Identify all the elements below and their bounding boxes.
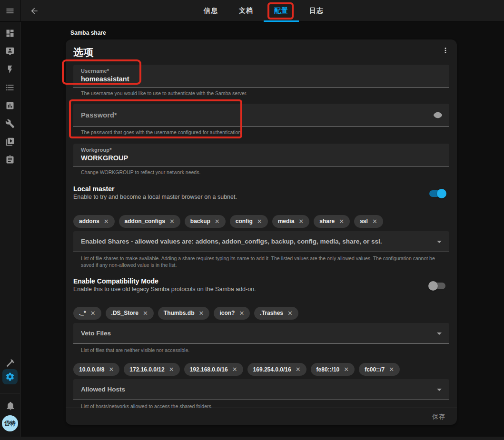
chip-config: config	[230, 215, 268, 228]
dropdown-arrow-icon	[437, 332, 442, 335]
sidebar-menu-button[interactable]	[4, 5, 16, 17]
allowed-hosts-select[interactable]: Allowed Hosts	[73, 379, 449, 400]
password-label: Password*	[81, 111, 117, 119]
sidebar-item-settings[interactable]	[2, 369, 18, 384]
sidebar-item-overview[interactable]	[1, 24, 19, 42]
dashboard-icon	[5, 29, 15, 38]
sidebar-item-media[interactable]	[1, 133, 19, 151]
chip-remove-icon[interactable]	[389, 366, 394, 372]
card-footer: 保存	[66, 408, 457, 425]
card-menu-button[interactable]	[439, 44, 452, 57]
toggle-thumb	[437, 189, 446, 198]
password-helper: The password that goes with the username…	[81, 129, 442, 136]
workgroup-value: WORKGROUP	[81, 154, 442, 162]
sidebar-item-history[interactable]	[1, 97, 19, 115]
topbar-divider	[20, 0, 21, 22]
tooltip-account-icon	[5, 47, 15, 56]
compatibility-title: Enable Compatibility Mode	[73, 277, 416, 285]
local-master-row: Local master Enable to try and become a …	[73, 185, 449, 200]
password-field[interactable]: Password*	[73, 104, 449, 127]
dropdown-arrow-icon	[437, 389, 442, 391]
allowed-hosts-chips: 10.0.0.0/8 172.16.0.0/12 192.168.0.0/16 …	[73, 363, 449, 376]
dropdown-arrow-icon	[437, 241, 442, 243]
sidebar-item-energy[interactable]	[1, 60, 19, 78]
bottom-strip	[0, 437, 504, 440]
local-master-description: Enable to try and become a local master …	[73, 194, 416, 200]
chip-remove-icon[interactable]	[287, 310, 293, 316]
username-helper: The username you would like to use to au…	[81, 90, 442, 97]
chip-remove-icon[interactable]	[104, 218, 109, 225]
chip-remove-icon[interactable]	[257, 218, 262, 225]
arrow-left-icon	[30, 6, 39, 16]
chip-remove-icon[interactable]	[339, 218, 344, 225]
chip-veto-1: .DS_Store	[106, 307, 154, 320]
chip-host-1: 172.16.0.0/12	[124, 363, 179, 376]
tab-info[interactable]: 信息	[193, 0, 228, 22]
workgroup-helper: Change WORKGROUP to reflect your network…	[81, 169, 442, 176]
workgroup-field[interactable]: Workgroup* WORKGROUP	[73, 144, 449, 166]
chip-remove-icon[interactable]	[296, 366, 301, 372]
chip-veto-3: icon?	[214, 307, 250, 320]
lightning-bolt-icon	[5, 65, 15, 74]
active-tab-underline	[264, 20, 299, 22]
dots-vertical-icon	[441, 46, 450, 55]
compatibility-row: Enable Compatibility Mode Enable this to…	[73, 277, 449, 293]
save-button[interactable]: 保存	[432, 412, 445, 421]
compatibility-description: Enable this to use old legacy Samba prot…	[73, 286, 416, 293]
chip-remove-icon[interactable]	[232, 366, 237, 372]
chart-box-icon	[5, 101, 15, 110]
chip-remove-icon[interactable]	[344, 366, 349, 372]
chip-host-2: 192.168.0.0/16	[184, 363, 243, 376]
chip-remove-icon[interactable]	[169, 218, 175, 225]
sidebar-item-notifications[interactable]	[0, 397, 20, 415]
compatibility-toggle[interactable]	[428, 281, 446, 291]
hamburger-menu-icon	[5, 6, 15, 16]
veto-files-helper: List of files that are neither visible n…	[81, 347, 442, 353]
local-master-toggle[interactable]	[428, 189, 446, 198]
sidebar-item-tools[interactable]	[1, 115, 19, 133]
chip-share: share	[314, 215, 350, 228]
chip-remove-icon[interactable]	[143, 310, 148, 316]
chip-host-3: 169.254.0.0/16	[247, 363, 306, 376]
enabled-shares-select-label: Enabled Shares - allowed values are: add…	[81, 238, 382, 245]
chip-veto-4: .Trashes	[254, 307, 298, 320]
sidebar-item-logbook[interactable]	[1, 78, 19, 97]
chip-host-4: fe80::/10	[311, 363, 355, 376]
chip-ssl: ssl	[354, 215, 383, 228]
user-avatar[interactable]: 岱特	[2, 415, 18, 431]
bell-icon	[6, 401, 15, 411]
chip-veto-2: Thumbs.db	[158, 307, 210, 320]
veto-files-select[interactable]: Veto Files	[73, 323, 449, 344]
chip-addon-configs: addon_configs	[119, 215, 180, 228]
chip-host-0: 10.0.0.0/8	[73, 363, 119, 376]
tab-configuration[interactable]: 配置	[264, 0, 299, 22]
chip-remove-icon[interactable]	[239, 310, 244, 316]
chip-backup: backup	[185, 215, 226, 228]
chip-remove-icon[interactable]	[298, 218, 304, 225]
addon-tabs: 信息 文档 配置 日志	[193, 0, 334, 22]
local-master-title: Local master	[73, 185, 416, 193]
chip-remove-icon[interactable]	[90, 310, 96, 316]
sidebar: 岱特	[0, 22, 20, 440]
sidebar-divider	[0, 393, 20, 393]
allowed-hosts-select-label: Allowed Hosts	[81, 386, 125, 393]
chip-remove-icon[interactable]	[199, 310, 204, 316]
veto-files-chips: ._* .DS_Store Thumbs.db icon? .Trashes	[73, 307, 449, 320]
chip-remove-icon[interactable]	[372, 218, 377, 225]
chip-remove-icon[interactable]	[169, 366, 174, 372]
username-field[interactable]: Username* homeassistant	[73, 65, 449, 88]
enabled-shares-chips: addons addon_configs backup config media…	[73, 215, 449, 228]
chip-veto-0: ._*	[73, 307, 101, 320]
chip-remove-icon[interactable]	[109, 366, 114, 372]
username-label: Username*	[81, 68, 442, 74]
tab-log[interactable]: 日志	[299, 0, 334, 22]
chip-remove-icon[interactable]	[215, 218, 220, 225]
tab-documentation[interactable]: 文档	[228, 0, 264, 22]
sidebar-item-todo[interactable]	[1, 151, 19, 169]
sidebar-item-map[interactable]	[1, 42, 19, 60]
toggle-password-visibility-button[interactable]	[432, 109, 444, 121]
enabled-shares-select[interactable]: Enabled Shares - allowed values are: add…	[73, 231, 449, 252]
back-button[interactable]	[29, 5, 40, 17]
card-title: 选项	[73, 46, 449, 59]
eye-icon	[433, 110, 443, 120]
